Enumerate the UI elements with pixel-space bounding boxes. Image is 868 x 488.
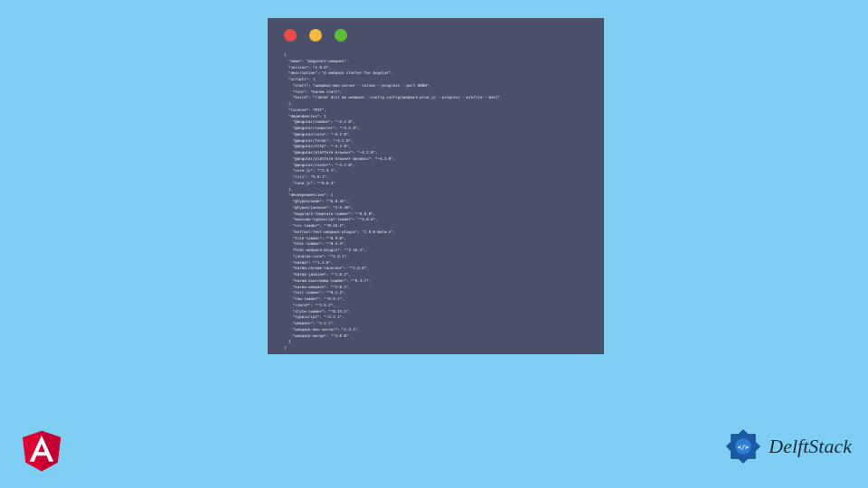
svg-text:</>: </>	[738, 443, 750, 451]
minimize-icon[interactable]	[309, 29, 322, 42]
svg-marker-1	[42, 431, 61, 472]
code-content: { "name": "angular2-webpack", "version":…	[268, 47, 604, 362]
angular-logo-icon	[16, 423, 67, 477]
delftstack-mark-icon: </>	[723, 427, 763, 466]
window-titlebar	[268, 18, 604, 47]
delftstack-text: DelftStack	[769, 435, 852, 458]
zoom-icon[interactable]	[335, 29, 347, 42]
delftstack-logo: </> DelftStack	[723, 427, 852, 466]
code-editor-window: { "name": "angular2-webpack", "version":…	[268, 18, 604, 354]
close-icon[interactable]	[284, 29, 297, 42]
